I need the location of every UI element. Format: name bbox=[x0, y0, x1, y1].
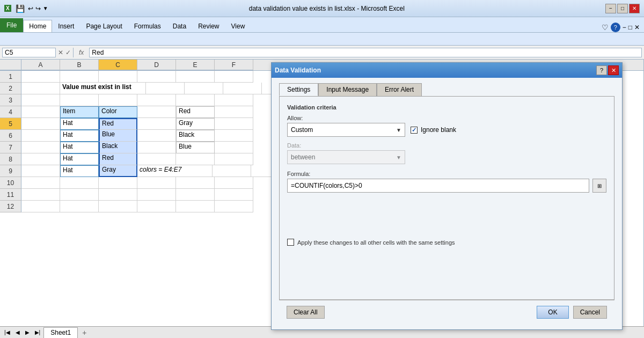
cell-C11[interactable] bbox=[99, 189, 137, 201]
formula-field[interactable]: =COUNTIF(colors,C5)>0 bbox=[287, 179, 589, 193]
cell-D2[interactable] bbox=[185, 83, 223, 94]
cell-A6[interactable] bbox=[21, 130, 60, 142]
sheet-nav-next[interactable]: ▶ bbox=[23, 328, 32, 336]
cancel-button[interactable]: Cancel bbox=[573, 306, 607, 319]
cell-C3[interactable] bbox=[99, 94, 137, 106]
allow-dropdown[interactable]: Custom ▼ bbox=[287, 123, 405, 137]
cell-D4[interactable] bbox=[137, 106, 176, 118]
close-button[interactable]: ✕ bbox=[629, 4, 640, 13]
cell-B6[interactable]: Hat bbox=[60, 130, 99, 142]
tab-error-alert[interactable]: Error Alert bbox=[377, 83, 422, 96]
cell-A8[interactable] bbox=[21, 153, 60, 165]
cell-A5[interactable] bbox=[21, 118, 60, 130]
tab-review[interactable]: Review bbox=[192, 20, 225, 32]
tab-view[interactable]: View bbox=[225, 20, 251, 32]
dialog-help-button[interactable]: ? bbox=[596, 65, 607, 75]
ribbon-minimize-icon[interactable]: − bbox=[623, 24, 626, 31]
cell-F3[interactable] bbox=[215, 94, 253, 106]
cell-B7[interactable]: Hat bbox=[60, 142, 99, 153]
dialog-title-buttons[interactable]: ? ✕ bbox=[596, 65, 619, 75]
tab-file[interactable]: File bbox=[0, 18, 23, 32]
cell-A11[interactable] bbox=[21, 189, 60, 201]
cell-F8[interactable] bbox=[215, 153, 253, 165]
cell-C9[interactable]: Gray bbox=[99, 165, 137, 177]
apply-changes-checkbox[interactable] bbox=[287, 239, 294, 246]
cell-E10[interactable] bbox=[176, 177, 215, 189]
cell-D6[interactable] bbox=[137, 130, 176, 142]
cell-A12[interactable] bbox=[21, 201, 60, 212]
cell-C4[interactable]: Color bbox=[99, 106, 137, 118]
tab-home[interactable]: Home bbox=[23, 20, 52, 32]
formula-input[interactable] bbox=[89, 48, 642, 57]
cell-F12[interactable] bbox=[215, 201, 253, 212]
cell-C5[interactable]: Red bbox=[99, 118, 137, 130]
cell-B2[interactable]: Value must exist in list bbox=[60, 83, 146, 94]
cell-F7[interactable] bbox=[215, 142, 253, 153]
cell-A2[interactable] bbox=[21, 83, 60, 94]
tab-formulas[interactable]: Formulas bbox=[128, 20, 167, 32]
qat-dropdown[interactable]: ▼ bbox=[43, 5, 48, 11]
cell-D11[interactable] bbox=[137, 189, 176, 201]
tab-input-message[interactable]: Input Message bbox=[318, 83, 377, 96]
cell-E3[interactable] bbox=[176, 94, 215, 106]
ribbon-close-icon[interactable]: ✕ bbox=[634, 24, 640, 31]
cell-E9[interactable] bbox=[213, 165, 251, 177]
cell-E12[interactable] bbox=[176, 201, 215, 212]
cell-D9[interactable]: colors = E4:E7 bbox=[137, 165, 213, 177]
formula-reference-button[interactable]: ⊞ bbox=[592, 179, 606, 193]
cell-F4[interactable] bbox=[215, 106, 253, 118]
cell-E2[interactable] bbox=[223, 83, 262, 94]
window-controls[interactable]: − □ ✕ bbox=[605, 4, 640, 13]
cell-F1[interactable] bbox=[215, 71, 253, 83]
data-dropdown[interactable]: between ▼ bbox=[287, 150, 405, 164]
cell-C6[interactable]: Blue bbox=[99, 130, 137, 142]
ok-button[interactable]: OK bbox=[537, 306, 568, 319]
sheet-nav-left[interactable]: |◀ bbox=[2, 328, 12, 336]
cell-D3[interactable] bbox=[137, 94, 176, 106]
name-box[interactable] bbox=[2, 48, 56, 57]
cell-B8[interactable]: Hat bbox=[60, 153, 99, 165]
cell-A10[interactable] bbox=[21, 177, 60, 189]
minimize-button[interactable]: − bbox=[605, 4, 616, 13]
cell-A3[interactable] bbox=[21, 94, 60, 106]
cell-D1[interactable] bbox=[137, 71, 176, 83]
cell-D12[interactable] bbox=[137, 201, 176, 212]
cell-C1[interactable] bbox=[99, 71, 137, 83]
cell-F6[interactable] bbox=[215, 130, 253, 142]
sheet-nav-right[interactable]: ▶| bbox=[33, 328, 43, 336]
cell-B3[interactable] bbox=[60, 94, 99, 106]
cell-E7[interactable]: Blue bbox=[176, 142, 215, 153]
ribbon-restore-icon[interactable]: □ bbox=[628, 24, 632, 31]
cell-B10[interactable] bbox=[60, 177, 99, 189]
cell-C8[interactable]: Red bbox=[99, 153, 137, 165]
tab-data[interactable]: Data bbox=[167, 20, 192, 32]
cell-B1[interactable] bbox=[60, 71, 99, 83]
dialog-close-button[interactable]: ✕ bbox=[608, 65, 619, 75]
maximize-button[interactable]: □ bbox=[617, 4, 628, 13]
save-icon[interactable]: 💾 bbox=[16, 4, 25, 13]
cell-A7[interactable] bbox=[21, 142, 60, 153]
cell-F5[interactable] bbox=[215, 118, 253, 130]
cell-C7[interactable]: Black bbox=[99, 142, 137, 153]
cell-D7[interactable] bbox=[137, 142, 176, 153]
cell-C2[interactable] bbox=[146, 83, 185, 94]
tab-page-layout[interactable]: Page Layout bbox=[80, 20, 128, 32]
cell-C12[interactable] bbox=[99, 201, 137, 212]
add-sheet-button[interactable]: + bbox=[79, 327, 90, 338]
ignore-blank-checkbox[interactable]: ✓ bbox=[411, 127, 418, 134]
cell-A1[interactable] bbox=[21, 71, 60, 83]
tab-insert[interactable]: Insert bbox=[52, 20, 80, 32]
redo-icon[interactable]: ↪ bbox=[35, 5, 41, 12]
cell-B4[interactable]: Item bbox=[60, 106, 99, 118]
cell-E1[interactable] bbox=[176, 71, 215, 83]
cell-E11[interactable] bbox=[176, 189, 215, 201]
cell-B11[interactable] bbox=[60, 189, 99, 201]
cell-A9[interactable] bbox=[21, 165, 60, 177]
clear-all-button[interactable]: Clear All bbox=[287, 306, 325, 319]
cell-C10[interactable] bbox=[99, 177, 137, 189]
enter-formula-icon[interactable]: ✓ bbox=[65, 49, 71, 56]
cell-E4[interactable]: Red bbox=[176, 106, 215, 118]
cell-E6[interactable]: Black bbox=[176, 130, 215, 142]
cell-D5[interactable] bbox=[137, 118, 176, 130]
cell-A4[interactable] bbox=[21, 106, 60, 118]
